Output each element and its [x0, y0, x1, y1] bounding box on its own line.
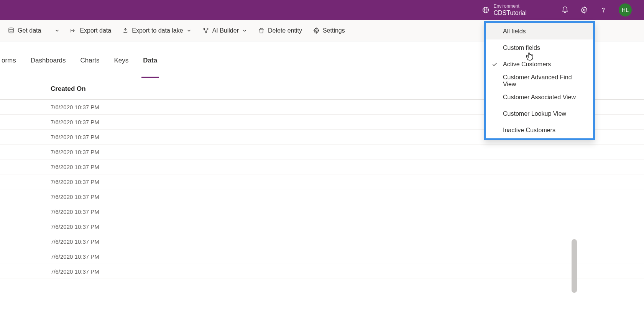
cell-created-on: 7/6/2020 10:37 PM	[51, 134, 99, 140]
cell-created-on: 7/6/2020 10:37 PM	[51, 223, 99, 230]
cell-created-on: 7/6/2020 10:37 PM	[51, 179, 99, 185]
tab-dashboards[interactable]: Dashboards	[29, 57, 67, 78]
dropdown-item[interactable]: Custom fields	[486, 39, 593, 56]
database-icon	[8, 27, 15, 34]
table-row[interactable]: 7/6/2020 10:37 PM	[0, 189, 644, 204]
ai-builder-icon	[202, 27, 209, 34]
table-row[interactable]: 7/6/2020 10:37 PM	[0, 219, 644, 234]
export-lake-button[interactable]: Export to data lake	[117, 24, 196, 37]
gear-icon	[313, 27, 320, 34]
svg-point-3	[603, 11, 603, 12]
cell-created-on: 7/6/2020 10:37 PM	[51, 119, 99, 125]
trash-icon	[258, 27, 265, 34]
export-lake-icon	[122, 27, 129, 34]
dropdown-item-label: Inactive Customers	[503, 127, 555, 134]
environment-name: CDSTutorial	[493, 9, 527, 16]
svg-point-8	[315, 30, 317, 31]
separator	[48, 25, 48, 36]
svg-point-2	[583, 9, 585, 11]
view-dropdown-panel: All fieldsCustom fieldsActive CustomersC…	[484, 21, 595, 140]
table-row[interactable]: 7/6/2020 10:37 PM	[0, 264, 644, 279]
chevron-down-icon	[242, 28, 247, 33]
cell-created-on: 7/6/2020 10:37 PM	[51, 194, 99, 200]
help-icon[interactable]	[600, 6, 607, 14]
dropdown-item-label: Customer Advanced Find View	[503, 74, 585, 88]
settings-button[interactable]: Settings	[308, 24, 350, 37]
environment-label: Environment	[493, 3, 527, 9]
cell-created-on: 7/6/2020 10:37 PM	[51, 149, 99, 155]
export-icon	[70, 27, 77, 34]
export-data-button[interactable]: Export data	[65, 24, 116, 37]
dropdown-item[interactable]: Customer Associated View	[486, 89, 593, 105]
cell-created-on: 7/6/2020 10:37 PM	[51, 104, 99, 110]
dropdown-item-label: Customer Lookup View	[503, 110, 566, 117]
avatar[interactable]: HL	[619, 3, 632, 16]
dropdown-item-label: Active Customers	[503, 61, 551, 68]
svg-point-4	[9, 28, 13, 30]
dropdown-item[interactable]: All fields	[486, 23, 593, 39]
environment-selector[interactable]: Environment CDSTutorial	[482, 3, 527, 16]
tab-keys[interactable]: Keys	[113, 57, 130, 78]
ai-builder-button[interactable]: AI Builder	[198, 24, 252, 37]
cell-created-on: 7/6/2020 10:37 PM	[51, 253, 99, 260]
svg-point-7	[205, 32, 206, 33]
table-row[interactable]: 7/6/2020 10:37 PM	[0, 174, 644, 189]
avatar-initials: HL	[622, 7, 629, 13]
table-row[interactable]: 7/6/2020 10:37 PM	[0, 159, 644, 174]
cell-created-on: 7/6/2020 10:37 PM	[51, 268, 99, 275]
dropdown-item[interactable]: Customer Lookup View	[486, 105, 593, 122]
header-icon-group: HL	[561, 3, 632, 16]
table-row[interactable]: 7/6/2020 10:37 PM	[0, 144, 644, 159]
app-header: Environment CDSTutorial HL	[0, 0, 644, 20]
svg-point-5	[204, 28, 205, 30]
table-row[interactable]: 7/6/2020 10:37 PM	[0, 234, 644, 249]
gear-icon[interactable]	[580, 6, 588, 14]
table-row[interactable]: 7/6/2020 10:37 PM	[0, 204, 644, 219]
scrollbar-thumb[interactable]	[572, 239, 577, 293]
cell-created-on: 7/6/2020 10:37 PM	[51, 164, 99, 170]
tab-data[interactable]: Data	[141, 57, 159, 78]
dropdown-item[interactable]: Active Customers	[486, 56, 593, 72]
dropdown-item-label: All fields	[503, 28, 526, 35]
tab-charts[interactable]: Charts	[79, 57, 101, 78]
globe-icon	[482, 6, 490, 14]
tab-orms[interactable]: orms	[0, 57, 18, 78]
delete-entity-button[interactable]: Delete entity	[253, 24, 307, 37]
dropdown-item[interactable]: Customer Advanced Find View	[486, 72, 593, 89]
get-data-button[interactable]: Get data	[3, 24, 46, 37]
cell-created-on: 7/6/2020 10:37 PM	[51, 238, 99, 245]
dropdown-item-label: Custom fields	[503, 44, 540, 51]
dropdown-item[interactable]: Inactive Customers	[486, 122, 593, 138]
chevron-down-icon	[186, 28, 192, 33]
check-icon	[491, 61, 498, 67]
bell-icon[interactable]	[561, 6, 569, 14]
table-row[interactable]: 7/6/2020 10:37 PM	[0, 249, 644, 264]
get-data-chevron[interactable]	[51, 25, 64, 36]
dropdown-item-label: Customer Associated View	[503, 94, 576, 101]
cell-created-on: 7/6/2020 10:37 PM	[51, 208, 99, 215]
svg-point-6	[207, 28, 208, 30]
